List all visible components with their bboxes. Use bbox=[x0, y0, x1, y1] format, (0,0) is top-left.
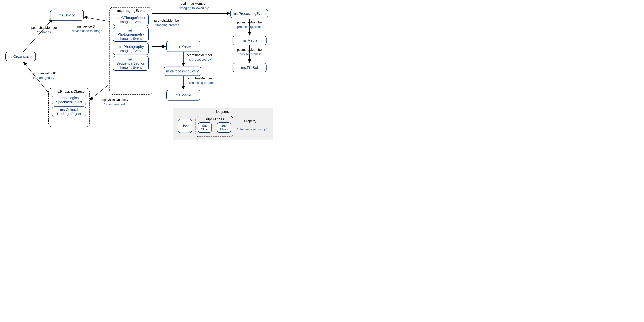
superclass-title: ms:PhysicalObject bbox=[49, 90, 90, 94]
subclass-sequentialsection: ms: SequentialSection ImagingEvent bbox=[113, 56, 149, 71]
edge-rel: “imaging creates” bbox=[155, 23, 180, 27]
svg-line-0 bbox=[23, 19, 53, 52]
subclass-biological-specimen: ms:Biological SpecimenObject bbox=[52, 95, 86, 105]
class-media-1: ms:Media bbox=[166, 41, 200, 52]
subclass-photogrammetry: ms: Photogrammetry ImagingEvent bbox=[113, 27, 149, 42]
legend-panel: Legend Class Super Class Sub Class Sub C… bbox=[173, 108, 273, 140]
edge-prop: pcdm:hasMember bbox=[186, 76, 212, 80]
class-organization: ms:Organization bbox=[5, 52, 36, 61]
edge-prop: pcdm:hasMember bbox=[31, 26, 57, 30]
superclass-physicalobject: ms:PhysicalObject ms:Biological Specimen… bbox=[48, 88, 90, 127]
svg-line-1 bbox=[84, 17, 110, 22]
edge-rel: “device used to image” bbox=[71, 29, 104, 33]
legend-superclass-title: Super Class bbox=[196, 117, 233, 121]
subclass-photography: ms:Photography ImagingEvent bbox=[113, 43, 149, 55]
legend-title: Legend bbox=[173, 109, 273, 114]
edge-prop: pcdm:hasMember bbox=[181, 2, 206, 6]
class-media-2: ms:Media bbox=[166, 90, 200, 100]
legend-subclass-2: Sub Class bbox=[217, 122, 231, 133]
edge-prop: ms:physicalObjectID bbox=[99, 98, 128, 102]
superclass-title: ms:ImagingEvent bbox=[110, 8, 152, 13]
edge-rel: “manages” bbox=[37, 30, 52, 34]
class-processingevent-2: ms:ProcessingEvent bbox=[164, 66, 201, 76]
edge-rel: “processing creates” bbox=[236, 25, 265, 29]
legend-class-box: Class bbox=[178, 119, 192, 133]
diagram-canvas: ms:Organization ms:Device ms:PhysicalObj… bbox=[0, 0, 276, 147]
edge-prop: ms:deviceID bbox=[77, 25, 95, 28]
edge-prop: pcdm:hasMember bbox=[154, 19, 180, 22]
edge-rel: “processing creates” bbox=[186, 81, 216, 85]
superclass-imagingevent: ms:ImagingEvent ms:CTImageSeries Imaging… bbox=[110, 7, 152, 95]
legend-relationship-label: “intuitive relationship” bbox=[237, 128, 267, 131]
class-fileset: ms:FileSet bbox=[232, 63, 266, 72]
edge-prop: pcdm:hasMember bbox=[237, 20, 263, 24]
edge-rel: “is managed by” bbox=[32, 76, 55, 80]
class-media-3: ms:Media bbox=[232, 36, 266, 45]
edge-rel: “imaging followed by” bbox=[179, 6, 209, 10]
subclass-ctimageseries: ms:CTImageSeries ImagingEvent bbox=[113, 14, 149, 26]
edge-prop: ms:organizationID bbox=[30, 72, 56, 75]
class-device: ms:Device bbox=[50, 10, 84, 20]
edge-rel: “object imaged” bbox=[104, 102, 126, 106]
legend-subclass-1: Sub Class bbox=[198, 122, 212, 133]
legend-superclass-box: Super Class Sub Class Sub Class bbox=[196, 116, 233, 137]
edge-rel: “has set of files” bbox=[238, 52, 261, 56]
subclass-cultural-heritage: ms:Cultural HeritageObject bbox=[52, 106, 86, 117]
legend-property-label: Property bbox=[244, 119, 256, 123]
edge-prop: pcdm:hasMember bbox=[186, 53, 212, 57]
edge-prop: pcdm:hasMember bbox=[237, 48, 263, 52]
class-processingevent: ms:ProcessingEvent bbox=[230, 9, 268, 18]
edge-rel: “is processed by” bbox=[188, 58, 212, 62]
svg-line-3 bbox=[90, 84, 110, 100]
